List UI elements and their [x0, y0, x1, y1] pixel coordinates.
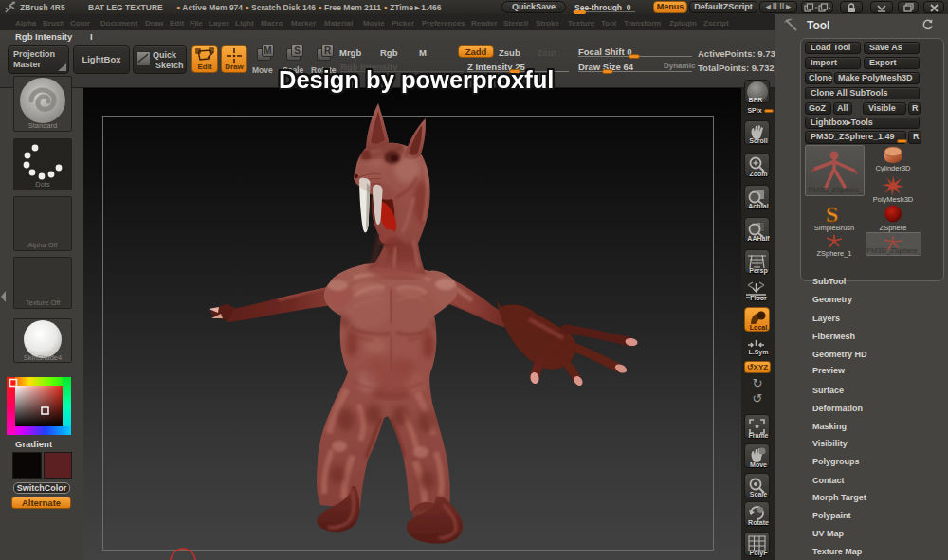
svg-text:S: S	[826, 204, 838, 225]
